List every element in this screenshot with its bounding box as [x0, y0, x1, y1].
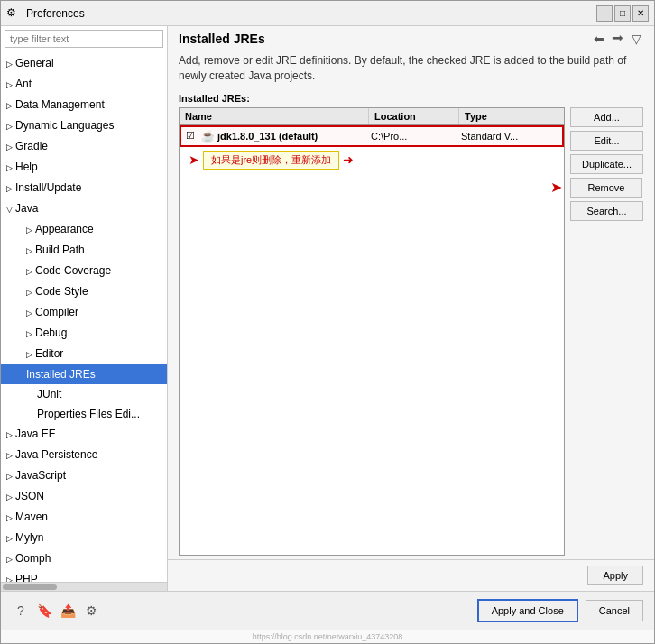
sidebar-item-install-update[interactable]: ▷Install/Update: [1, 178, 167, 198]
sidebar-scrollbar[interactable]: [1, 582, 167, 591]
minimize-button[interactable]: –: [596, 5, 613, 22]
table-header: Name Location Type: [180, 108, 564, 125]
search-button[interactable]: Search...: [570, 201, 643, 221]
row-checkbox[interactable]: ☑: [181, 130, 199, 142]
main-content: ▷General ▷Ant ▷Data Management ▷Dynamic …: [1, 26, 654, 591]
annotated-row-area: ☑ ☕ jdk1.8.0_131 (default) C:\Pro... Sta…: [180, 125, 564, 147]
sidebar-item-maven[interactable]: ▷Maven: [1, 507, 167, 528]
sidebar: ▷General ▷Ant ▷Data Management ▷Dynamic …: [1, 26, 168, 591]
cancel-button[interactable]: Cancel: [586, 600, 643, 621]
back-button[interactable]: ⬅: [592, 30, 606, 48]
right-panel: Installed JREs ⬅ ⮕ ▽ Add, remove or edit…: [168, 26, 654, 591]
settings-icon[interactable]: ⚙: [82, 602, 100, 620]
app-icon: ⚙: [6, 6, 21, 21]
side-buttons: Add... Edit... Duplicate... ➤ Remove Sea…: [565, 107, 643, 556]
preferences-window: ⚙ Preferences – □ ✕ ▷General ▷Ant ▷Data …: [0, 0, 655, 644]
remove-arrow-icon: ➤: [550, 179, 562, 196]
sidebar-item-installed-jres[interactable]: Installed JREs: [1, 364, 167, 384]
jre-icon: ☕: [199, 130, 216, 143]
annotation-row: ➤ 如果是jre则删除，重新添加 ➜: [180, 147, 564, 171]
close-button[interactable]: ✕: [632, 5, 649, 22]
tree: ▷General ▷Ant ▷Data Management ▷Dynamic …: [1, 51, 167, 582]
jre-location: C:\Pro...: [371, 131, 461, 142]
table-empty-area: [180, 171, 564, 424]
panel-header: Installed JREs ⬅ ⮕ ▽: [168, 26, 654, 50]
nav-buttons: ⬅ ⮕ ▽: [592, 30, 643, 48]
window-title: Preferences: [26, 7, 596, 20]
sidebar-item-java-ee[interactable]: ▷Java EE: [1, 424, 167, 445]
scroll-handle: [3, 584, 57, 590]
duplicate-button[interactable]: Duplicate...: [570, 154, 643, 174]
jre-type: Standard V...: [461, 131, 562, 142]
apply-button[interactable]: Apply: [587, 566, 643, 585]
remove-area: ➤ Remove: [570, 178, 643, 198]
bottom-area: Apply: [168, 559, 654, 591]
sidebar-item-dynamic-languages[interactable]: ▷Dynamic Languages: [1, 115, 167, 136]
col-header-name: Name: [180, 108, 369, 124]
jre-table: Name Location Type ☑ ☕ jdk1.8.0_131 (def…: [179, 107, 565, 556]
installed-jres-label: Installed JREs:: [168, 91, 654, 107]
sidebar-item-json[interactable]: ▷JSON: [1, 486, 167, 507]
add-button[interactable]: Add...: [570, 107, 643, 127]
sidebar-item-compiler[interactable]: ▷Compiler: [1, 302, 167, 323]
sidebar-item-appearance[interactable]: ▷Appearance: [1, 219, 167, 240]
sidebar-item-build-path[interactable]: ▷Build Path: [1, 240, 167, 261]
annotation-arrow-right: ➜: [343, 152, 354, 167]
forward-button[interactable]: ⮕: [610, 30, 626, 48]
sidebar-item-junit[interactable]: JUnit: [1, 384, 167, 404]
apply-close-button[interactable]: Apply and Close: [477, 599, 578, 622]
watermark: https://blog.csdn.net/netwarxiu_43743208: [1, 630, 654, 643]
sidebar-item-data-management[interactable]: ▷Data Management: [1, 95, 167, 115]
sidebar-item-gradle[interactable]: ▷Gradle: [1, 136, 167, 157]
annotation-arrow: ➤: [189, 152, 199, 167]
footer: ? 🔖 📤 ⚙ Apply and Close Cancel: [1, 591, 654, 630]
arrow-to-row: ➤: [179, 131, 182, 148]
export-icon[interactable]: 📤: [59, 602, 77, 620]
sidebar-item-general[interactable]: ▷General: [1, 53, 167, 74]
sidebar-item-editor[interactable]: ▷Editor: [1, 344, 167, 364]
bookmark-icon[interactable]: 🔖: [35, 602, 53, 620]
sidebar-item-oomph[interactable]: ▷Oomph: [1, 548, 167, 569]
sidebar-item-java-persistence[interactable]: ▷Java Persistence: [1, 445, 167, 465]
sidebar-item-mylyn[interactable]: ▷Mylyn: [1, 528, 167, 548]
table-area: Name Location Type ☑ ☕ jdk1.8.0_131 (def…: [179, 107, 643, 556]
sidebar-item-php[interactable]: ▷PHP: [1, 569, 167, 582]
sidebar-item-code-coverage[interactable]: ▷Code Coverage: [1, 261, 167, 281]
sidebar-item-debug[interactable]: ▷Debug: [1, 323, 167, 344]
help-icon[interactable]: ?: [12, 602, 30, 620]
jre-name: jdk1.8.0_131 (default): [216, 131, 371, 142]
sidebar-item-javascript[interactable]: ▷JavaScript: [1, 465, 167, 486]
annotation-text: 如果是jre则删除，重新添加: [203, 151, 339, 170]
nav-menu-button[interactable]: ▽: [630, 30, 643, 48]
window-controls: – □ ✕: [596, 5, 649, 22]
remove-button[interactable]: Remove: [570, 178, 642, 198]
panel-title: Installed JREs: [179, 32, 265, 46]
sidebar-item-java[interactable]: ▽Java: [1, 198, 167, 219]
jre-table-wrapper: Name Location Type ☑ ☕ jdk1.8.0_131 (def…: [179, 107, 565, 556]
titlebar: ⚙ Preferences – □ ✕: [1, 1, 654, 26]
col-header-type: Type: [459, 108, 564, 124]
table-row[interactable]: ☑ ☕ jdk1.8.0_131 (default) C:\Pro... Sta…: [180, 125, 564, 147]
sidebar-item-ant[interactable]: ▷Ant: [1, 74, 167, 95]
footer-icons: ? 🔖 📤 ⚙: [12, 602, 100, 620]
edit-button[interactable]: Edit...: [570, 131, 643, 151]
filter-input[interactable]: [5, 30, 163, 48]
sidebar-item-help[interactable]: ▷Help: [1, 157, 167, 178]
maximize-button[interactable]: □: [614, 5, 631, 22]
panel-description: Add, remove or edit JRE definitions. By …: [168, 50, 654, 91]
sidebar-item-code-style[interactable]: ▷Code Style: [1, 281, 167, 302]
sidebar-item-properties-files[interactable]: Properties Files Edi...: [1, 404, 167, 424]
col-header-location: Location: [369, 108, 459, 124]
